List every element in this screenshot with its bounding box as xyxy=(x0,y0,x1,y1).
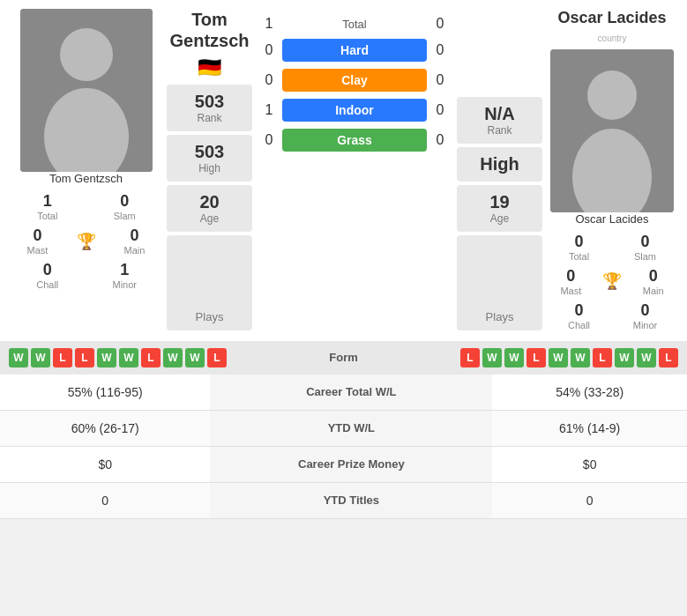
left-mast-label: Mast xyxy=(27,245,49,256)
right-mast-value: 0 xyxy=(566,267,575,286)
left-stats-panel: Tom Gentzsch 🇩🇪 503 Rank 503 High 20 Age… xyxy=(163,9,256,330)
left-chall-value: 0 xyxy=(43,261,52,279)
form-right: LWWLWWLWWL xyxy=(397,348,679,367)
stats-row-3: 0 YTD Titles 0 xyxy=(0,482,687,518)
main-container: Tom Gentzsch 1 Total 0 Slam 0 Mast xyxy=(0,0,687,519)
right-minor-label: Minor xyxy=(633,320,658,330)
right-main-label: Main xyxy=(643,286,664,296)
left-slam-stat: 0 Slam xyxy=(102,192,146,221)
svg-point-1 xyxy=(60,28,113,81)
right-age-label: Age xyxy=(490,212,509,225)
form-badge-right-9: L xyxy=(659,348,678,367)
right-main-stat: 0 Main xyxy=(631,267,676,296)
court-badge-clay: Clay xyxy=(282,69,427,92)
left-plays-label: Plays xyxy=(196,310,224,323)
stats-left-0: 55% (116-95) xyxy=(0,375,210,411)
left-high-label: High xyxy=(198,162,220,174)
left-player-name: Tom Gentzsch xyxy=(49,172,123,185)
left-rank-label: Rank xyxy=(197,112,221,124)
right-age-box: 19 Age xyxy=(457,185,542,232)
form-badge-left-4: W xyxy=(97,348,116,367)
form-badge-left-9: L xyxy=(207,348,227,367)
right-chall-label: Chall xyxy=(568,320,590,330)
form-badge-left-1: W xyxy=(31,348,50,367)
form-badge-right-4: W xyxy=(549,348,568,367)
right-stats-row3: 0 Chall 0 Minor xyxy=(546,301,678,330)
left-high-box: 503 High xyxy=(167,135,252,182)
stats-left-3: 0 xyxy=(0,482,210,518)
left-plays-box: Plays xyxy=(167,235,252,330)
left-player-name-center: Tom Gentzsch xyxy=(167,9,252,51)
right-country-placeholder: country xyxy=(598,33,627,48)
right-silhouette xyxy=(550,49,674,212)
form-badge-left-7: W xyxy=(163,348,183,367)
left-silhouette xyxy=(20,9,153,172)
court-score-right-1: 0 xyxy=(427,72,453,88)
right-rank-box: N/A Rank xyxy=(457,97,542,144)
left-chall-label: Chall xyxy=(36,279,58,290)
left-slam-label: Slam xyxy=(114,211,136,221)
total-row: 1 Total 0 xyxy=(256,9,453,35)
left-stats-row2: 0 Mast 🏆 0 Main xyxy=(9,226,163,256)
court-badge-indoor: Indoor xyxy=(282,99,427,122)
form-badge-left-0: W xyxy=(9,348,28,367)
right-slam-label: Slam xyxy=(634,251,656,262)
left-minor-stat: 1 Minor xyxy=(102,261,146,290)
left-country-flag: 🇩🇪 xyxy=(198,56,221,79)
form-badge-left-6: L xyxy=(141,348,161,367)
stats-label-2: Career Prize Money xyxy=(210,446,492,482)
form-badge-right-6: L xyxy=(593,348,612,367)
left-trophy-icon: 🏆 xyxy=(77,232,96,251)
stats-row-2: $0 Career Prize Money $0 xyxy=(0,446,687,482)
stats-left-2: $0 xyxy=(0,446,210,482)
left-rank-box: 503 Rank xyxy=(167,85,252,131)
right-stats-row1: 0 Total 0 Slam xyxy=(546,233,678,262)
right-high-value: High xyxy=(480,154,519,174)
left-main-value: 0 xyxy=(130,226,138,245)
left-age-value: 20 xyxy=(199,192,219,212)
court-row-clay: 0 Clay 0 xyxy=(256,69,453,92)
court-score-right-3: 0 xyxy=(427,132,453,148)
form-badge-right-7: W xyxy=(615,348,634,367)
stats-right-3: 0 xyxy=(492,482,687,518)
stats-label-0: Career Total W/L xyxy=(210,375,492,411)
court-score-left-3: 0 xyxy=(256,132,282,148)
left-main-label: Main xyxy=(124,245,146,256)
stats-label-1: YTD W/L xyxy=(210,410,492,446)
form-badge-right-5: W xyxy=(571,348,590,367)
right-main-value: 0 xyxy=(649,267,658,286)
form-label: Form xyxy=(291,351,397,364)
court-row-hard: 0 Hard 0 xyxy=(256,39,453,62)
court-badge-grass: Grass xyxy=(282,129,427,152)
left-total-label: Total xyxy=(37,211,57,221)
court-score-left-2: 1 xyxy=(256,102,282,118)
right-plays-label: Plays xyxy=(486,310,514,323)
form-badge-right-8: W xyxy=(637,348,656,367)
right-player-name: Oscar Lacides xyxy=(575,212,648,226)
right-player-name-title: Oscar Lacides xyxy=(557,9,666,28)
stats-label-3: YTD Titles xyxy=(210,482,492,518)
right-slam-value: 0 xyxy=(640,233,649,251)
court-row-indoor: 1 Indoor 0 xyxy=(256,99,453,122)
center-column: 1 Total 0 0 Hard 0 0 Clay 0 1 Indoor 0 0… xyxy=(256,9,453,330)
stats-left-1: 60% (26-17) xyxy=(0,410,210,446)
left-stats-row1: 1 Total 0 Slam xyxy=(9,192,163,221)
left-slam-value: 0 xyxy=(120,192,129,211)
left-player-avatar xyxy=(20,9,153,172)
court-rows: 0 Hard 0 0 Clay 0 1 Indoor 0 0 Grass 0 xyxy=(256,39,453,152)
court-score-right-0: 0 xyxy=(427,42,453,58)
left-minor-value: 1 xyxy=(120,261,129,279)
right-plays-box: Plays xyxy=(457,235,542,330)
right-player-avatar xyxy=(550,49,674,212)
right-chall-stat: 0 Chall xyxy=(557,301,601,330)
total-score-right: 0 xyxy=(427,16,453,32)
left-chall-stat: 0 Chall xyxy=(26,261,70,290)
form-section: WWLLWWLWWL Form LWWLWWLWWL xyxy=(0,341,687,375)
form-badge-left-5: W xyxy=(119,348,138,367)
total-score-left: 1 xyxy=(256,16,282,32)
left-total-value: 1 xyxy=(43,192,52,211)
right-chall-value: 0 xyxy=(574,301,583,320)
stats-row-1: 60% (26-17) YTD W/L 61% (14-9) xyxy=(0,410,687,446)
stats-row-0: 55% (116-95) Career Total W/L 54% (33-28… xyxy=(0,375,687,411)
left-age-box: 20 Age xyxy=(167,185,252,232)
